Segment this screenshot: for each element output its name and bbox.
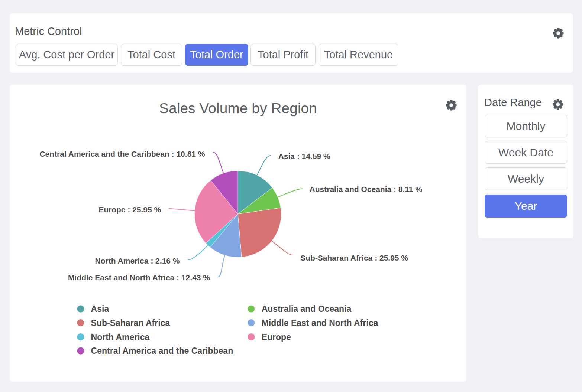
svg-text:Europe: Europe — [262, 332, 291, 342]
svg-text:Central America and the Caribb: Central America and the Caribbean : 10.8… — [39, 150, 205, 158]
svg-text:North America : 2.16 %: North America : 2.16 % — [95, 257, 180, 265]
svg-text:Sub-Saharan Africa: Sub-Saharan Africa — [91, 318, 170, 328]
svg-text:Asia: Asia — [91, 304, 109, 314]
svg-text:Asia : 14.59 %: Asia : 14.59 % — [278, 152, 330, 160]
svg-text:North America: North America — [91, 332, 150, 342]
svg-text:Australia and Oceania : 8.11 %: Australia and Oceania : 8.11 % — [310, 185, 423, 193]
svg-text:Middle East and North Africa :: Middle East and North Africa : 12.43 % — [68, 273, 210, 282]
svg-text:Sub-Saharan Africa : 25.95 %: Sub-Saharan Africa : 25.95 % — [300, 254, 408, 262]
svg-text:Europe : 25.95 %: Europe : 25.95 % — [98, 205, 161, 214]
svg-text:Central America and the Caribb: Central America and the Caribbean — [91, 346, 233, 356]
svg-text:Middle East and North Africa: Middle East and North Africa — [262, 318, 378, 328]
svg-text:Australia and Oceania: Australia and Oceania — [262, 304, 352, 314]
